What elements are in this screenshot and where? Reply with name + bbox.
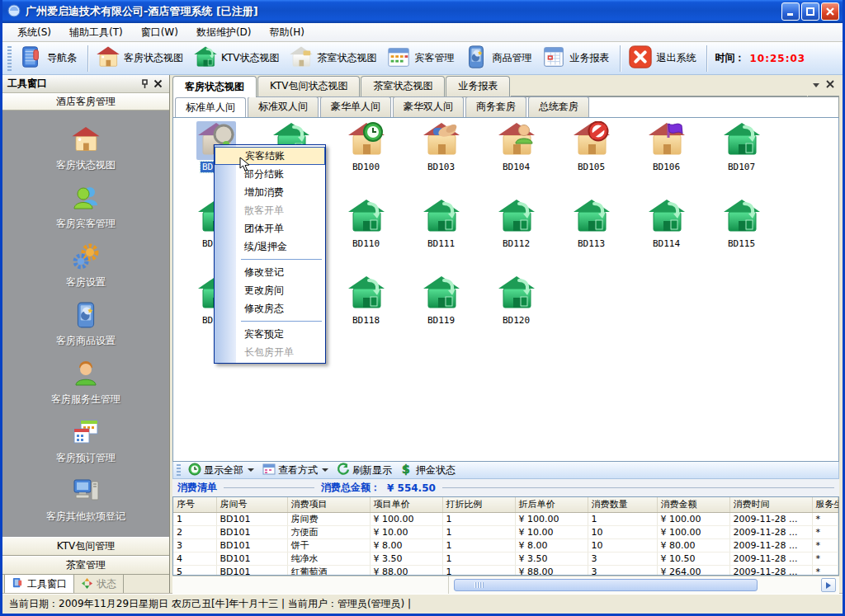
room-BD112[interactable]: BD112 — [479, 198, 554, 249]
sidebar-panel-header[interactable]: 酒店客房管理 — [2, 93, 169, 111]
sidebar-item[interactable]: 客房服务生管理 — [16, 355, 156, 411]
toolbar-button[interactable]: 导航条 — [16, 43, 83, 73]
table-cell: ¥ 264.00 — [657, 565, 729, 576]
room-BD104[interactable]: BD104 — [479, 121, 554, 172]
context-menu-item[interactable]: 宾客结账 — [215, 147, 325, 165]
toolbar-button[interactable]: 业务报表 — [538, 43, 616, 73]
room-type-tab[interactable]: 标准单人间 — [175, 97, 246, 118]
room-BD120[interactable]: BD120 — [479, 275, 554, 326]
sidebar-item[interactable]: 客房其他款项登记 — [16, 472, 156, 529]
context-menu-item[interactable]: 修改登记 — [215, 263, 325, 281]
table-header-cell[interactable]: 折后单价 — [515, 497, 588, 512]
table-header-cell[interactable]: 项目单价 — [370, 497, 442, 512]
room-BD103[interactable]: BD103 — [404, 121, 479, 172]
hscrollbar-thumb[interactable] — [454, 579, 758, 591]
tool-window-close-icon[interactable] — [151, 78, 164, 91]
table-header-cell[interactable]: 消费时间 — [729, 497, 812, 512]
context-menu-item[interactable]: 部分结账 — [215, 165, 325, 183]
room-type-tab[interactable]: 总统套房 — [528, 96, 589, 117]
consume-toolbar-drag-handle[interactable] — [177, 464, 181, 477]
toolbar-button[interactable]: 宾客管理 — [383, 43, 460, 73]
table-header-cell[interactable]: 房间号 — [216, 497, 287, 512]
document-tab[interactable]: KTV包间状态视图 — [257, 76, 360, 96]
room-BD119[interactable]: BD119 — [404, 275, 479, 326]
consume-toolbar-button[interactable]: 显示全部 — [186, 462, 259, 479]
sidebar-item[interactable]: 客房预订管理 — [16, 413, 156, 470]
room-BD111[interactable]: BD111 — [404, 198, 479, 249]
menu-item[interactable]: 系统(S) — [9, 24, 59, 41]
context-menu-item[interactable]: 宾客预定 — [215, 325, 325, 343]
table-header-cell[interactable]: 消费项目 — [287, 497, 370, 512]
nav-book-icon — [19, 45, 44, 72]
sidebar-tab[interactable]: 状态 — [74, 575, 124, 594]
hscrollbar-right-arrow[interactable] — [821, 578, 836, 592]
close-button[interactable] — [821, 2, 839, 21]
sidebar-item[interactable]: 客房状态视图 — [16, 120, 156, 177]
context-menu-item[interactable]: 续/退押金 — [215, 237, 325, 256]
sidebar-group-button[interactable]: 茶室管理 — [2, 556, 169, 575]
consume-toolbar-button[interactable]: 查看方式 — [261, 462, 333, 479]
table-header-cell[interactable]: 消费数量 — [588, 497, 657, 512]
dropdown-arrow-icon[interactable] — [248, 468, 254, 472]
room-status-icon — [422, 225, 461, 237]
toolbar-button[interactable]: KTV状态视图 — [190, 43, 286, 73]
context-menu-item[interactable]: 更改房间 — [215, 281, 325, 299]
menu-item[interactable]: 帮助(H) — [262, 24, 313, 41]
table-row[interactable]: 1BD101房间费¥ 100.001¥ 100.001¥ 100.002009-… — [173, 512, 838, 525]
sidebar-group-button[interactable]: KTV包间管理 — [2, 537, 169, 556]
context-menu-item[interactable]: 修改房态 — [215, 299, 325, 317]
toolbar-button[interactable]: 退出系统 — [625, 43, 702, 73]
menu-item[interactable]: 辅助工具(T) — [61, 24, 131, 41]
sidebar-item[interactable]: 客房设置 — [16, 237, 156, 294]
table-cell: 1 — [173, 512, 216, 525]
document-tab[interactable]: 业务报表 — [446, 76, 510, 96]
table-cell: 2009-11-28 ... — [729, 512, 812, 525]
house-red-icon — [96, 45, 120, 72]
table-row[interactable]: 4BD101纯净水¥ 3.501¥ 3.503¥ 10.502009-11-28… — [173, 552, 838, 565]
sidebar-item[interactable]: 客房宾客管理 — [16, 179, 156, 236]
maximize-button[interactable] — [801, 2, 819, 21]
document-tab[interactable]: 客房状态视图 — [172, 76, 257, 97]
room-type-tab[interactable]: 商务套房 — [465, 96, 526, 117]
room-BD105[interactable]: BD105 — [554, 121, 629, 172]
table-header-cell[interactable]: 服务生 — [812, 497, 838, 512]
menu-item[interactable]: 窗口(W) — [133, 24, 186, 41]
room-BD110[interactable]: BD110 — [328, 198, 404, 249]
room-BD114[interactable]: BD114 — [629, 198, 704, 249]
table-row[interactable]: 3BD101饼干¥ 8.001¥ 8.0010¥ 80.002009-11-28… — [173, 538, 838, 552]
room-BD115[interactable]: BD115 — [704, 198, 779, 249]
mouse-cursor-icon — [239, 157, 251, 174]
room-type-tab[interactable]: 标准双人间 — [248, 96, 319, 117]
room-type-tab[interactable]: 豪华双人间 — [393, 96, 464, 117]
room-BD106[interactable]: BD106 — [629, 121, 704, 172]
minimize-button[interactable] — [781, 2, 800, 21]
room-BD113[interactable]: BD113 — [554, 198, 629, 249]
context-menu-item[interactable]: 团体开单 — [215, 219, 325, 237]
toolbar-button[interactable]: 商品管理 — [460, 43, 538, 73]
toolbar-drag-handle[interactable] — [7, 46, 12, 71]
consume-toolbar-button[interactable]: 刷新显示 — [335, 462, 397, 479]
table-row[interactable]: 2BD101方便面¥ 10.001¥ 10.0010¥ 100.002009-1… — [173, 525, 838, 538]
pin-icon[interactable] — [138, 78, 151, 91]
toolbar-button[interactable]: 茶室状态视图 — [286, 43, 383, 73]
dropdown-arrow-icon[interactable] — [322, 468, 328, 472]
menu-item[interactable]: 数据维护(D) — [188, 24, 260, 41]
sidebar-item[interactable]: 客房商品设置 — [16, 296, 156, 353]
consume-toolbar-button[interactable]: $押金状态 — [399, 462, 460, 479]
tab-list-dropdown-icon[interactable] — [813, 83, 819, 87]
sidebar-tab[interactable]: 工具窗口 — [4, 575, 74, 594]
room-BD118[interactable]: BD118 — [328, 275, 404, 326]
room-BD107[interactable]: BD107 — [704, 121, 779, 172]
status-icon — [81, 577, 93, 592]
table-cell: ¥ 10.00 — [370, 525, 442, 538]
room-BD100[interactable]: BD100 — [328, 121, 404, 172]
table-header-cell[interactable]: 打折比例 — [442, 497, 515, 512]
table-row[interactable]: 5BD101红葡萄酒¥ 88.001¥ 88.003¥ 264.002009-1… — [173, 565, 838, 576]
toolbar-button[interactable]: 客房状态视图 — [92, 43, 190, 73]
room-type-tab[interactable]: 豪华单人间 — [320, 96, 391, 117]
tab-close-icon[interactable] — [826, 79, 834, 91]
document-tab[interactable]: 茶室状态视图 — [361, 76, 445, 96]
context-menu-item[interactable]: 增加消费 — [215, 183, 325, 201]
table-header-cell[interactable]: 序号 — [173, 497, 216, 512]
table-header-cell[interactable]: 消费金额 — [657, 497, 729, 512]
